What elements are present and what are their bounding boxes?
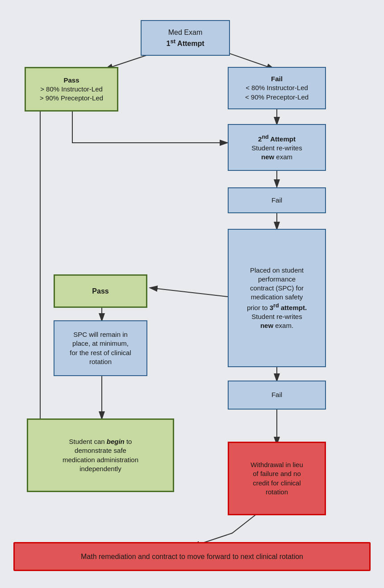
student-begin-box: Student can begin todemonstrate safemedi… xyxy=(27,418,174,492)
svg-line-6 xyxy=(150,288,228,297)
fail3-box: Fail xyxy=(228,381,326,410)
fail2-box: Fail xyxy=(228,187,326,213)
fail1-box: Fail< 80% Instructor-Led< 90% Preceptor-… xyxy=(228,67,326,109)
spc-box: Placed on studentperformancecontract (SP… xyxy=(228,229,326,367)
svg-line-2 xyxy=(223,51,275,69)
fail3-label: Fail xyxy=(271,390,282,399)
spc-remain-box: SPC will remain inplace, at minimum,for … xyxy=(54,320,147,376)
spc-label: Placed on studentperformancecontract (SP… xyxy=(247,266,307,331)
attempt2-box: 2nd AttemptStudent re-writesnew exam xyxy=(228,124,326,171)
pass2-box: Pass xyxy=(54,274,147,308)
fail1-label: Fail< 80% Instructor-Led< 90% Preceptor-… xyxy=(245,75,309,102)
student-begin-label: Student can begin todemonstrate safemedi… xyxy=(63,437,138,473)
withdrawal-box: Withdrawal in lieuof failure and nocredi… xyxy=(228,442,326,515)
withdrawal-label: Withdrawal in lieuof failure and nocredi… xyxy=(250,460,303,497)
math-remediation-box: Math remediation and contract to move fo… xyxy=(13,542,371,571)
med-exam-box: Med Exam1st Attempt xyxy=(141,20,230,56)
attempt2-label: 2nd AttemptStudent re-writesnew exam xyxy=(251,133,302,162)
pass2-label: Pass xyxy=(92,286,109,296)
pass1-box: Pass> 80% Instructor-Led> 90% Preceptor-… xyxy=(25,67,118,112)
fail2-label: Fail xyxy=(271,196,282,205)
math-remediation-label: Math remediation and contract to move fo… xyxy=(81,552,303,562)
spc-remain-label: SPC will remain inplace, at minimum,for … xyxy=(70,330,131,366)
pass1-label: Pass> 80% Instructor-Led> 90% Preceptor-… xyxy=(40,76,103,103)
flowchart: Med Exam1st Attempt Pass> 80% Instructor… xyxy=(0,0,384,588)
med-exam-label: Med Exam1st Attempt xyxy=(166,28,204,49)
